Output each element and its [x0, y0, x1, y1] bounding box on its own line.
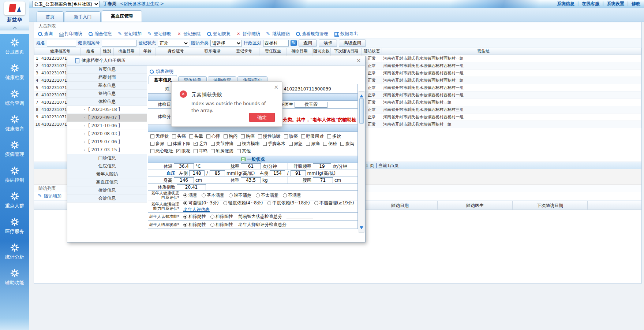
radio-option[interactable]: 不能自理(≥19分) — [314, 200, 354, 206]
respiration-input[interactable] — [313, 163, 331, 169]
sidebar-item[interactable]: 公卫首页 — [0, 34, 29, 59]
pulse-input[interactable] — [241, 163, 261, 169]
doctor-input[interactable] — [295, 102, 327, 108]
elderly-assessment-link[interactable]: 老年人评估表 — [183, 207, 210, 213]
close-icon[interactable] — [274, 84, 278, 90]
radio-option[interactable]: 不满意 — [283, 192, 301, 199]
toolbar-button[interactable]: 随访增加 — [38, 193, 61, 199]
ehr-menu-item[interactable]: 门诊信息 — [67, 154, 147, 162]
role-select[interactable]: 公卫_公卫档案角色(乡村社区) — [32, 1, 100, 7]
ehr-menu-item[interactable]: 住院信息 — [67, 162, 147, 170]
waist-input[interactable] — [313, 177, 333, 183]
symptom-checkbox[interactable]: 慢性咳嗽 — [258, 133, 281, 140]
ehr-menu-item[interactable]: [ 2022-09-07 ] — [67, 114, 147, 122]
toolbar-button[interactable]: 查询 — [38, 31, 53, 37]
radio-option[interactable]: 中度依赖(9~18分) — [267, 200, 310, 206]
topbar-link[interactable]: 系统信息 — [557, 1, 582, 7]
ehr-menu-item[interactable]: 首页信息 — [67, 66, 147, 74]
record-filter-input[interactable] — [102, 40, 136, 47]
symptom-checkbox[interactable]: 便秘 — [323, 141, 337, 147]
bp-right-high-input[interactable] — [270, 170, 285, 176]
height-input[interactable] — [174, 177, 194, 183]
district-input[interactable] — [263, 40, 289, 47]
cognition-score-blank[interactable] — [287, 214, 313, 219]
symptom-checkbox[interactable]: 乳房胀痛 — [211, 148, 233, 154]
symptom-checkbox[interactable]: 头晕 — [189, 133, 203, 140]
sidebar-item[interactable]: 健康教育 — [0, 111, 29, 136]
bp-left-high-input[interactable] — [189, 170, 205, 176]
ehr-menu-item[interactable]: 会诊信息 — [67, 194, 147, 203]
radio-option[interactable]: 粗筛阳性 — [210, 214, 233, 220]
nav-tab[interactable]: 首页 — [37, 11, 64, 22]
symptom-checkbox[interactable]: 头痛 — [172, 133, 186, 140]
emotion-score-blank[interactable] — [291, 222, 317, 227]
nav-tab[interactable]: 高血压管理 — [102, 10, 142, 22]
radio-option[interactable]: 说不清楚 — [229, 192, 251, 199]
topbar-link[interactable]: 修改 — [632, 1, 640, 7]
sidebar-item[interactable]: 综合查询 — [0, 85, 29, 111]
symptom-checkbox[interactable]: 耳鸣 — [194, 148, 207, 154]
name-filter-input[interactable] — [47, 40, 76, 47]
sidebar-item[interactable]: 统计分析 — [0, 239, 29, 264]
radio-option[interactable]: 轻度依赖(4~8分) — [223, 200, 263, 206]
ehr-menu-item[interactable]: [ 2017-03-15 ] — [67, 146, 147, 154]
sidebar-item[interactable]: 健康档案 — [0, 59, 29, 85]
sidebar-item[interactable]: 辅助功能 — [0, 264, 29, 290]
toolbar-button[interactable]: 打印随访 — [59, 31, 82, 37]
scroll-down-icon[interactable] — [360, 226, 363, 231]
read-card-button[interactable]: 读卡 — [319, 40, 337, 47]
symptom-checkbox[interactable]: 手脚麻木 — [263, 141, 285, 147]
close-icon[interactable] — [356, 58, 362, 64]
scroll-up-icon[interactable] — [360, 93, 363, 97]
ehr-menu-item[interactable]: 接诊信息 — [67, 186, 147, 194]
sidebar-item[interactable]: 疾病控制 — [0, 162, 29, 188]
reg-status-select[interactable]: 正常 — [158, 40, 189, 47]
symptom-checkbox[interactable]: 腹泻 — [340, 141, 354, 147]
sidebar-item[interactable]: 重点人群 — [0, 188, 29, 213]
ehr-menu-item[interactable]: 体检信息 — [67, 98, 147, 106]
symptom-checkbox[interactable]: 尿痛 — [306, 141, 320, 147]
temperature-input[interactable] — [174, 163, 194, 169]
symptom-checkbox[interactable]: 眼花 — [176, 148, 190, 154]
toolbar-button[interactable]: 综合信息 — [88, 31, 112, 37]
followup-class-select[interactable]: 请选择 — [210, 40, 242, 47]
ehr-menu-item[interactable]: [ 2023-05-18 ] — [67, 106, 147, 114]
symptom-checkbox[interactable]: 胸闷 — [224, 133, 237, 140]
ehr-menu-item[interactable]: [ 2019-07-06 ] — [67, 138, 147, 146]
symptom-checkbox[interactable]: 咳痰 — [284, 133, 298, 140]
toolbar-button[interactable]: 继续随访 — [266, 31, 290, 37]
toolbar-button[interactable]: 暂停随访 — [236, 31, 260, 37]
fill-note-link[interactable]: 填表说明 — [148, 68, 358, 75]
symptom-checkbox[interactable]: 胸痛 — [241, 133, 255, 140]
symptom-checkbox[interactable]: 关节肿痛 — [211, 141, 233, 147]
toolbar-button[interactable]: 查看规范管理 — [296, 31, 328, 37]
symptom-checkbox[interactable]: 体重下降 — [168, 141, 190, 147]
bp-left-low-input[interactable] — [210, 170, 225, 176]
sidebar-item[interactable]: 医疗服务 — [0, 213, 29, 239]
confirm-button[interactable]: 确定 — [249, 113, 275, 122]
radio-option[interactable]: 粗筛阴性 — [183, 222, 206, 228]
symptom-checkbox[interactable]: 视力模糊 — [237, 141, 259, 147]
bmi-input[interactable] — [177, 184, 206, 190]
topbar-link[interactable]: 系统设置 — [607, 1, 632, 7]
symptom-checkbox[interactable]: 心悸 — [206, 133, 220, 140]
toolbar-button[interactable]: 登记删除 — [177, 31, 201, 37]
sidebar-item[interactable]: 疾病管理 — [0, 136, 29, 162]
ehr-menu-item[interactable]: 老年人随访 — [67, 170, 147, 178]
toolbar-button[interactable]: 登记恢复 — [207, 31, 231, 37]
symptom-checkbox[interactable]: 多尿 — [150, 141, 164, 147]
ehr-menu-item[interactable]: 签约信息 — [67, 90, 147, 98]
query-button[interactable]: 查询 — [299, 40, 317, 47]
ehr-menu-item[interactable]: 档案封面 — [67, 74, 147, 82]
scroll-thumb[interactable] — [359, 98, 364, 124]
ehr-menu-item[interactable]: 高血压信息 — [67, 178, 147, 186]
bp-right-low-input[interactable] — [291, 170, 306, 176]
radio-option[interactable]: 可自理(0~3分) — [183, 200, 219, 206]
toolbar-button[interactable]: 数据导出 — [334, 31, 358, 37]
weight-input[interactable] — [241, 177, 261, 183]
topbar-link[interactable]: 在线客服 — [582, 1, 607, 7]
org-name-link[interactable]: <尉氏县水坡卫生院 > — [120, 1, 164, 7]
symptom-checkbox[interactable]: 尿急 — [289, 141, 303, 147]
symptom-checkbox[interactable]: 恶心呕吐 — [150, 148, 173, 154]
symptom-checkbox[interactable]: 其他 — [237, 148, 251, 154]
